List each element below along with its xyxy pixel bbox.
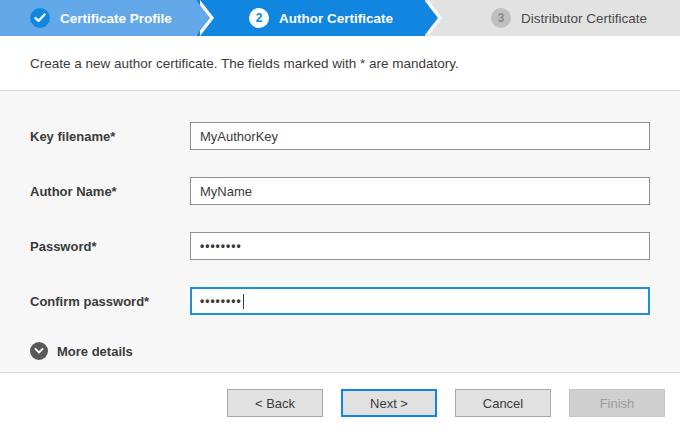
confirm-password-row: Confirm password* •••••••• [30,287,650,315]
text-cursor [243,294,244,309]
step-label: Author Certificate [279,11,393,26]
key-filename-value: MyAuthorKey [200,129,278,144]
finish-button: Finish [569,389,665,417]
step-number-badge: 3 [491,8,511,28]
step-distributor-certificate[interactable]: 3 Distributor Certificate [425,0,680,36]
password-input[interactable]: •••••••• [190,232,650,260]
chevron-down-icon [30,342,48,360]
password-label: Password* [30,239,190,254]
back-button[interactable]: < Back [227,389,323,417]
author-name-label: Author Name* [30,184,190,199]
next-button[interactable]: Next > [341,389,437,417]
wizard-button-bar: < Back Next > Cancel Finish [0,373,680,417]
step-certificate-profile[interactable]: Certificate Profile [0,0,197,36]
step-label: Distributor Certificate [521,11,647,26]
step-number-badge: 2 [249,8,269,28]
author-name-input[interactable]: MyName [190,177,650,205]
more-details-toggle[interactable]: More details [30,342,650,360]
key-filename-label: Key filename* [30,129,190,144]
wizard-stepper: Certificate Profile 2 Author Certificate… [0,0,680,36]
password-value: •••••••• [200,239,242,253]
author-name-row: Author Name* MyName [30,177,650,205]
author-certificate-form: Key filename* MyAuthorKey Author Name* M… [0,91,680,373]
confirm-password-value: •••••••• [200,294,242,308]
password-row: Password* •••••••• [30,232,650,260]
key-filename-row: Key filename* MyAuthorKey [30,122,650,150]
step-label: Certificate Profile [60,11,172,26]
confirm-password-label: Confirm password* [30,294,190,309]
author-name-value: MyName [200,184,252,199]
more-details-label: More details [57,344,133,359]
check-icon [30,8,50,28]
instruction-text: Create a new author certificate. The fie… [0,36,680,91]
step-author-certificate[interactable]: 2 Author Certificate [197,0,425,36]
cancel-button[interactable]: Cancel [455,389,551,417]
key-filename-input[interactable]: MyAuthorKey [190,122,650,150]
confirm-password-input[interactable]: •••••••• [190,287,650,315]
